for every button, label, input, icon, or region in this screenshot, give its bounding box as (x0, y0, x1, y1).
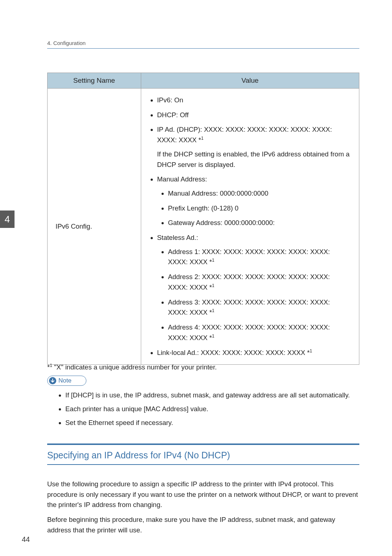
value-subitem: Address 2: XXXX: XXXX: XXXX: XXXX: XXXX:… (168, 272, 351, 293)
page-number: 44 (22, 535, 30, 544)
settings-table-wrap: Setting Name Value IPv6 Config. IPv6: On… (47, 73, 359, 365)
superscript: 1 (212, 283, 215, 288)
note-pill: Note (47, 376, 86, 386)
value-item: IPv6: On (157, 95, 351, 106)
note-item: Set the Ethernet speed if necessary. (65, 418, 359, 428)
value-item: Manual Address: Manual Address: 0000:000… (157, 174, 351, 228)
note-label: Note (58, 377, 72, 384)
note-item: Each printer has a unique [MAC Address] … (65, 404, 359, 414)
superscript: 1 (212, 258, 215, 263)
table-header-row: Setting Name Value (48, 73, 359, 89)
conditional-note: If the DHCP setting is enabled, the IPv6… (157, 149, 351, 170)
page-header: 4. Configuration (47, 40, 359, 49)
value-text: Address 3: XXXX: XXXX: XXXX: XXXX: XXXX:… (168, 298, 330, 316)
col-setting-name: Setting Name (48, 73, 141, 89)
breadcrumb: 4. Configuration (47, 40, 359, 46)
down-arrow-icon (49, 377, 56, 384)
value-item: Stateless Ad.: Address 1: XXXX: XXXX: XX… (157, 233, 351, 343)
note-badge: Note (47, 376, 86, 386)
superscript: 1 (310, 348, 312, 353)
value-text: Link-local Ad.: XXXX: XXXX: XXXX: XXXX: … (157, 349, 310, 356)
table-row: IPv6 Config. IPv6: On DHCP: Off IP Ad. (… (48, 89, 359, 365)
value-item: DHCP: Off (157, 110, 351, 120)
header-rule (47, 48, 359, 49)
value-text: Address 1: XXXX: XXXX: XXXX: XXXX: XXXX:… (168, 248, 330, 266)
setting-name-cell: IPv6 Config. (48, 89, 141, 365)
settings-table: Setting Name Value IPv6 Config. IPv6: On… (47, 73, 359, 365)
value-text: IP Ad. (DHCP): XXXX: XXXX: XXXX: XXXX: X… (157, 126, 332, 144)
footnote-text: "X" indicates a unique address number fo… (52, 363, 217, 371)
value-subitem: Manual Address: 0000:0000:0000 (168, 188, 351, 199)
body-paragraph: Use the following procedure to assign a … (47, 479, 359, 510)
value-item: IP Ad. (DHCP): XXXX: XXXX: XXXX: XXXX: X… (157, 124, 351, 170)
superscript: 1 (212, 308, 215, 313)
superscript: 1 (212, 334, 215, 339)
value-subitem: Address 3: XXXX: XXXX: XXXX: XXXX: XXXX:… (168, 297, 351, 318)
value-text: Address 2: XXXX: XXXX: XXXX: XXXX: XXXX:… (168, 273, 330, 291)
notes-list: If [DHCP] is in use, the IP address, sub… (57, 390, 359, 431)
value-text: Stateless Ad.: (157, 234, 198, 241)
superscript: 1 (50, 363, 52, 368)
setting-value-cell: IPv6: On DHCP: Off IP Ad. (DHCP): XXXX: … (141, 89, 359, 365)
heading-rule-bottom (47, 464, 359, 465)
value-item: Link-local Ad.: XXXX: XXXX: XXXX: XXXX: … (157, 348, 351, 358)
heading-rule-top (47, 443, 359, 445)
footnote: *1 "X" indicates a unique address number… (47, 363, 359, 371)
superscript: 1 (201, 136, 204, 141)
value-subitem: Address 4: XXXX: XXXX: XXXX: XXXX: XXXX:… (168, 322, 351, 343)
value-text: Manual Address: (157, 175, 207, 183)
value-text: Address 4: XXXX: XXXX: XXXX: XXXX: XXXX:… (168, 323, 330, 342)
note-item: If [DHCP] is in use, the IP address, sub… (65, 390, 359, 400)
section-heading: Specifying an IP Address for IPv4 (No DH… (47, 443, 359, 465)
col-value: Value (141, 73, 359, 89)
heading-title: Specifying an IP Address for IPv4 (No DH… (47, 450, 359, 461)
chapter-tab: 4 (0, 210, 15, 228)
value-subitem: Address 1: XXXX: XXXX: XXXX: XXXX: XXXX:… (168, 247, 351, 268)
value-subitem: Prefix Length: (0-128) 0 (168, 203, 351, 214)
value-subitem: Gateway Address: 0000:0000:0000: (168, 218, 351, 228)
body-paragraph: Before beginning this procedure, make su… (47, 515, 359, 535)
